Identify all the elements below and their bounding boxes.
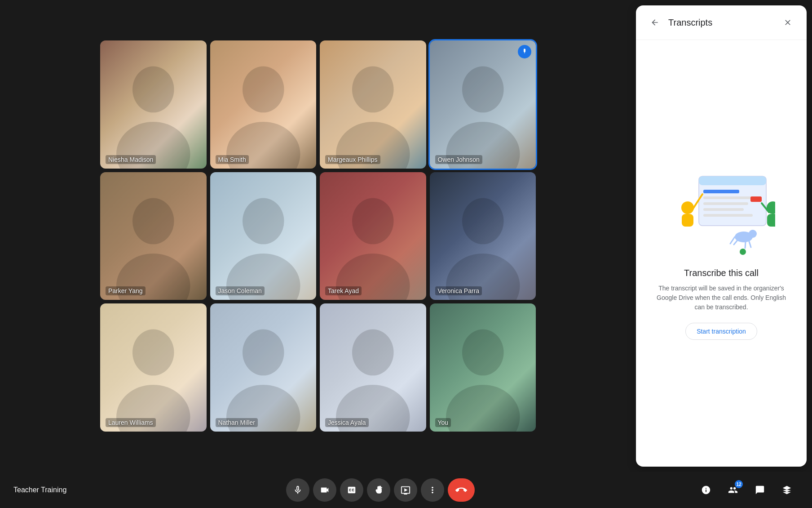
svg-line-42 xyxy=(745,242,746,248)
more-options-button[interactable] xyxy=(421,478,444,502)
svg-point-43 xyxy=(740,249,746,255)
svg-rect-28 xyxy=(703,196,757,199)
participant-name-veronica: Veronica Parra xyxy=(435,286,482,295)
transcribe-description: The transcript will be saved in the orga… xyxy=(654,284,789,312)
svg-point-9 xyxy=(132,198,174,244)
svg-rect-8 xyxy=(524,52,525,53)
participant-name-mia: Mia Smith xyxy=(216,155,249,164)
svg-rect-27 xyxy=(703,190,739,193)
transcription-illustration xyxy=(667,167,775,257)
svg-rect-31 xyxy=(703,214,753,217)
video-tile-tarek[interactable]: Tarek Ayad xyxy=(320,172,426,300)
svg-point-38 xyxy=(749,230,757,238)
svg-rect-26 xyxy=(699,176,766,185)
panel-header: Transcripts xyxy=(636,5,807,40)
end-call-button[interactable] xyxy=(448,478,475,502)
video-tile-veronica[interactable]: Veronica Parra xyxy=(430,172,536,300)
raise-hand-button[interactable] xyxy=(367,478,390,502)
toolbar: Teacher Training xyxy=(0,472,812,508)
svg-point-33 xyxy=(681,201,694,214)
video-tile-jessica[interactable]: Jessica Ayala xyxy=(320,303,426,432)
toolbar-center xyxy=(286,478,475,502)
svg-point-6 xyxy=(462,66,503,112)
panel-header-left: Transcripts xyxy=(647,14,712,31)
participant-name-jason: Jason Coleman xyxy=(216,286,265,295)
svg-point-4 xyxy=(352,66,394,112)
participant-name-owen: Owen Johnson xyxy=(435,155,482,164)
participant-name-lauren: Lauren Williams xyxy=(106,418,156,427)
svg-point-21 xyxy=(352,330,394,376)
video-tile-lauren[interactable]: Lauren Williams xyxy=(100,303,207,432)
captions-button[interactable] xyxy=(340,478,363,502)
mic-badge-owen xyxy=(518,45,531,58)
present-button[interactable] xyxy=(394,478,417,502)
transcript-panel: Transcripts xyxy=(636,5,807,467)
svg-point-11 xyxy=(242,198,284,244)
activities-button[interactable] xyxy=(775,478,799,502)
svg-line-39 xyxy=(730,237,735,244)
svg-point-15 xyxy=(462,198,503,244)
toolbar-left: Teacher Training xyxy=(13,486,66,494)
close-button[interactable] xyxy=(780,14,796,31)
svg-rect-32 xyxy=(750,196,762,202)
info-button[interactable] xyxy=(694,478,718,502)
svg-point-17 xyxy=(132,330,174,376)
video-tile-niesha[interactable]: Niesha Madison xyxy=(100,40,207,169)
video-tile-you[interactable]: You xyxy=(430,303,536,432)
video-tile-jason[interactable]: Jason Coleman xyxy=(210,172,317,300)
svg-point-0 xyxy=(132,66,174,112)
camera-button[interactable] xyxy=(313,478,336,502)
start-transcription-button[interactable]: Start transcription xyxy=(685,323,757,340)
panel-title: Transcripts xyxy=(668,18,712,28)
participant-name-parker: Parker Yang xyxy=(106,286,146,295)
svg-point-2 xyxy=(242,66,284,112)
chat-button[interactable] xyxy=(748,478,772,502)
participant-name-margeaux: Margeaux Phillips xyxy=(325,155,380,164)
video-tile-mia[interactable]: Mia Smith xyxy=(210,40,317,169)
svg-point-24 xyxy=(446,385,520,432)
video-tile-owen[interactable]: Owen Johnson xyxy=(430,40,536,169)
svg-point-19 xyxy=(242,330,284,376)
svg-line-41 xyxy=(749,241,751,247)
participant-name-nathan: Nathan Miller xyxy=(216,418,258,427)
panel-content: Transcribe this call The transcript will… xyxy=(636,40,807,467)
svg-rect-29 xyxy=(703,202,748,205)
video-grid-container: Niesha MadisonMia SmithMargeaux Phillips… xyxy=(0,0,636,472)
video-tile-nathan[interactable]: Nathan Miller xyxy=(210,303,317,432)
toolbar-right: 12 xyxy=(694,478,799,502)
svg-point-13 xyxy=(352,198,394,244)
svg-point-23 xyxy=(462,330,503,376)
transcribe-title: Transcribe this call xyxy=(684,268,759,278)
participant-name-niesha: Niesha Madison xyxy=(106,155,156,164)
meeting-title: Teacher Training xyxy=(13,486,66,494)
svg-line-40 xyxy=(734,239,738,245)
svg-rect-36 xyxy=(767,214,775,227)
video-grid: Niesha MadisonMia SmithMargeaux Phillips… xyxy=(100,40,536,432)
back-button[interactable] xyxy=(647,14,663,31)
participant-name-you: You xyxy=(435,418,451,427)
people-button[interactable]: 12 xyxy=(721,478,745,502)
participants-badge: 12 xyxy=(735,480,743,488)
participant-name-jessica: Jessica Ayala xyxy=(325,418,369,427)
participant-name-tarek: Tarek Ayad xyxy=(325,286,362,295)
microphone-button[interactable] xyxy=(286,478,309,502)
svg-rect-34 xyxy=(682,214,693,227)
video-tile-margeaux[interactable]: Margeaux Phillips xyxy=(320,40,426,169)
svg-rect-30 xyxy=(703,208,744,211)
video-tile-parker[interactable]: Parker Yang xyxy=(100,172,207,300)
